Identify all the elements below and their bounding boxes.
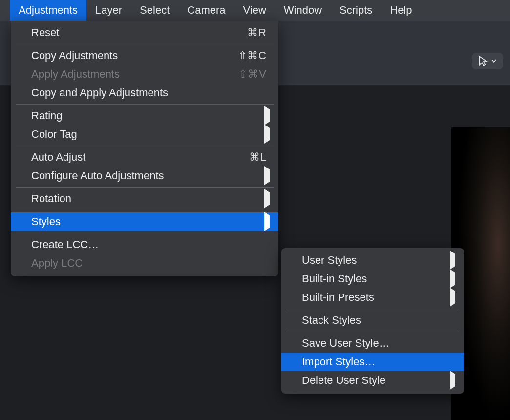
- submenu-arrow-icon: [264, 192, 270, 205]
- menu-item-label: Rating: [31, 109, 267, 122]
- menu-item-label: Styles: [31, 215, 267, 228]
- menu-item-label: Built-in Presets: [302, 291, 452, 304]
- menubar-item-label: Scripts: [340, 4, 372, 17]
- adjustments-menu-item-apply-adjustments: Apply Adjustments⇧⌘V: [11, 65, 278, 84]
- menu-item-label: Reset: [31, 26, 247, 39]
- styles-submenu-item-delete-user-style[interactable]: Delete User Style: [281, 371, 464, 390]
- menu-item-label: Save User Style…: [302, 337, 452, 350]
- adjustments-menu-item-copy-and-apply-adjustments[interactable]: Copy and Apply Adjustments: [11, 84, 278, 102]
- menu-item-label: Stack Styles: [302, 314, 452, 327]
- menu-separator: [16, 210, 274, 210]
- submenu-arrow-icon: [264, 128, 270, 141]
- adjustments-menu-item-configure-auto-adjustments[interactable]: Configure Auto Adjustments: [11, 167, 278, 185]
- chevron-down-icon: [491, 59, 496, 63]
- submenu-arrow-icon: [264, 215, 270, 228]
- menu-item-label: Copy and Apply Adjustments: [31, 86, 267, 99]
- menu-item-shortcut: ⌘L: [249, 151, 267, 164]
- menubar-item-label: Camera: [187, 4, 225, 17]
- cursor-tool-button[interactable]: [472, 53, 503, 69]
- adjustments-menu-item-apply-lcc: Apply LCC: [11, 254, 278, 273]
- menu-item-label: Configure Auto Adjustments: [31, 169, 267, 182]
- menubar-item-camera[interactable]: Camera: [178, 0, 234, 21]
- menu-item-shortcut: ⇧⌘C: [238, 49, 267, 62]
- menu-item-label: Apply Adjustments: [31, 68, 238, 81]
- menubar-item-adjustments[interactable]: Adjustments: [10, 0, 86, 21]
- menu-separator: [286, 332, 459, 332]
- submenu-arrow-icon: [450, 254, 455, 267]
- styles-submenu: User StylesBuilt-in StylesBuilt-in Prese…: [281, 248, 464, 394]
- menubar-item-label: Adjustments: [19, 4, 78, 17]
- styles-submenu-item-built-in-styles[interactable]: Built-in Styles: [281, 270, 464, 288]
- menubar-item-view[interactable]: View: [234, 0, 275, 21]
- menubar-item-window[interactable]: Window: [275, 0, 331, 21]
- menubar-item-label: View: [243, 4, 266, 17]
- menu-item-label: Color Tag: [31, 128, 267, 141]
- menu-item-label: User Styles: [302, 254, 452, 267]
- menu-separator: [16, 146, 274, 146]
- adjustments-menu-item-reset[interactable]: Reset⌘R: [11, 23, 278, 42]
- menu-separator: [16, 233, 274, 233]
- adjustments-menu-item-auto-adjust[interactable]: Auto Adjust⌘L: [11, 148, 278, 167]
- adjustments-menu-item-rotation[interactable]: Rotation: [11, 189, 278, 208]
- menubar-left-pad: [0, 0, 10, 21]
- adjustments-menu-item-styles[interactable]: Styles: [11, 212, 278, 231]
- menu-item-shortcut: ⇧⌘V: [238, 68, 267, 81]
- submenu-arrow-icon: [450, 374, 455, 387]
- menu-separator: [16, 44, 274, 44]
- styles-submenu-item-import-styles[interactable]: Import Styles…: [281, 353, 464, 371]
- menubar-item-help[interactable]: Help: [381, 0, 421, 21]
- menu-item-label: Delete User Style: [302, 374, 452, 387]
- menu-item-label: Auto Adjust: [31, 151, 249, 164]
- styles-submenu-item-save-user-style[interactable]: Save User Style…: [281, 334, 464, 353]
- submenu-arrow-icon: [264, 169, 270, 182]
- submenu-arrow-icon: [450, 291, 455, 304]
- submenu-arrow-icon: [450, 273, 455, 285]
- menu-item-label: Rotation: [31, 192, 267, 205]
- menu-item-label: Import Styles…: [302, 356, 452, 368]
- menu-separator: [16, 187, 274, 188]
- menu-item-label: Create LCC…: [31, 238, 267, 251]
- styles-submenu-item-user-styles[interactable]: User Styles: [281, 251, 464, 270]
- cursor-icon: [477, 55, 489, 67]
- menubar-item-label: Window: [284, 4, 322, 17]
- menubar: AdjustmentsLayerSelectCameraViewWindowSc…: [0, 0, 510, 21]
- styles-submenu-item-built-in-presets[interactable]: Built-in Presets: [281, 288, 464, 307]
- menubar-item-label: Help: [390, 4, 412, 17]
- menubar-item-scripts[interactable]: Scripts: [331, 0, 381, 21]
- submenu-arrow-icon: [264, 109, 270, 122]
- menu-separator: [286, 309, 459, 309]
- menu-separator: [16, 104, 274, 105]
- adjustments-menu-item-color-tag[interactable]: Color Tag: [11, 125, 278, 144]
- menu-item-shortcut: ⌘R: [247, 26, 267, 39]
- adjustments-menu-item-copy-adjustments[interactable]: Copy Adjustments⇧⌘C: [11, 46, 278, 65]
- menubar-item-layer[interactable]: Layer: [86, 0, 131, 21]
- menu-item-label: Apply LCC: [31, 257, 267, 270]
- adjustments-menu-item-rating[interactable]: Rating: [11, 106, 278, 125]
- menubar-item-select[interactable]: Select: [131, 0, 178, 21]
- adjustments-menu-item-create-lcc[interactable]: Create LCC…: [11, 235, 278, 254]
- menubar-item-label: Select: [140, 4, 170, 17]
- menu-item-label: Copy Adjustments: [31, 49, 238, 62]
- styles-submenu-item-stack-styles[interactable]: Stack Styles: [281, 311, 464, 330]
- menubar-item-label: Layer: [95, 4, 122, 17]
- menu-item-label: Built-in Styles: [302, 273, 452, 285]
- adjustments-menu: Reset⌘RCopy Adjustments⇧⌘CApply Adjustme…: [11, 21, 278, 276]
